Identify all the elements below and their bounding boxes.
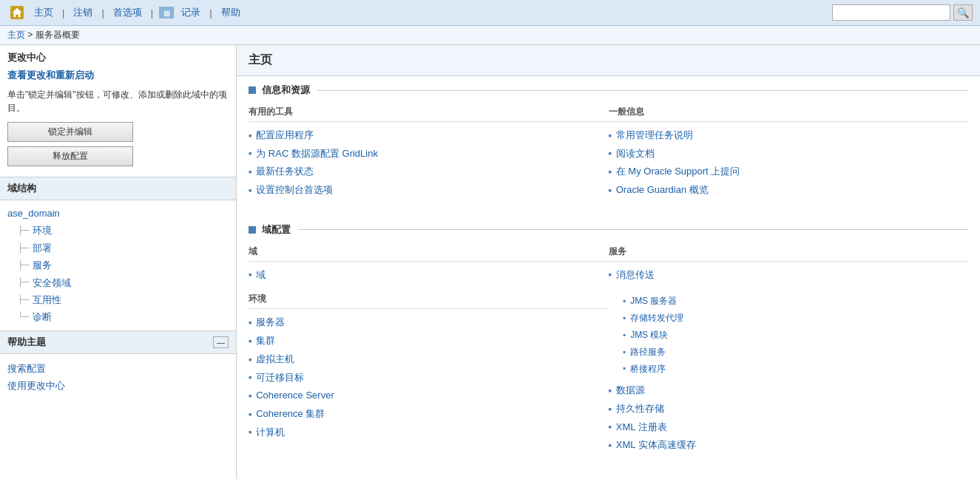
list-item: 虚拟主机	[249, 350, 609, 369]
info-resources-section: 信息和资源 有用的工具 配置应用程序 为 RAC 数据源配置 GridLink …	[237, 76, 980, 216]
change-center-desc: 单击"锁定并编辑"按钮，可修改、添加或删除此域中的项目。	[7, 88, 229, 115]
list-item: JMS 服务器	[624, 293, 969, 310]
env-label: 环境	[249, 293, 609, 309]
domain-config-title: 域配置	[262, 223, 291, 237]
help-link-search[interactable]: 搜索配置	[7, 360, 229, 377]
list-item: 集群	[249, 332, 609, 350]
help-topics-title: 帮助主题	[7, 336, 46, 349]
service-path[interactable]: 路径服务	[630, 344, 666, 361]
favorites-nav-link[interactable]: 首选项	[110, 4, 145, 21]
env-link-coherence-cluster[interactable]: Coherence 集群	[256, 405, 325, 424]
tree-item-diag[interactable]: 诊断	[18, 308, 229, 325]
list-item: 为 RAC 数据源配置 GridLink	[249, 145, 609, 163]
change-center-link[interactable]: 查看更改和重新启动	[7, 69, 229, 82]
release-config-button[interactable]: 释放配置	[7, 146, 133, 166]
service-xml-cache[interactable]: XML 实体高速缓存	[616, 436, 696, 455]
help-nav-link[interactable]: 帮助	[218, 4, 243, 21]
tree-item-service[interactable]: 服务	[18, 257, 229, 274]
service-datasource[interactable]: 数据源	[616, 381, 645, 400]
general-col: 一般信息 常用管理任务说明 阅读文档 在 My Oracle Support 上…	[609, 106, 969, 208]
tree-item-deploy[interactable]: 部署	[18, 239, 229, 257]
tree-item-security[interactable]: 安全领域	[18, 274, 229, 291]
domain-structure-title: 域结构	[0, 177, 236, 200]
nav-sep-3: |	[151, 7, 153, 18]
help-topics-panel: 帮助主题 — 搜索配置 使用更改中心	[0, 331, 236, 479]
service-bridge[interactable]: 桥接程序	[630, 361, 666, 378]
search-box: 🔍	[832, 4, 973, 21]
env-link-compute[interactable]: 计算机	[256, 424, 285, 442]
list-item: Oracle Guardian 概览	[609, 181, 969, 200]
service-store-forward[interactable]: 存储转发代理	[630, 310, 683, 327]
env-link-migrate[interactable]: 可迁移目标	[256, 369, 304, 387]
domain-config-cols: 域 域 环境 服务器 集群 虚拟主机 可迁移目标 Coherence Serve…	[249, 245, 968, 463]
lock-edit-button[interactable]: 锁定并编辑	[7, 122, 133, 142]
service-jms-server[interactable]: JMS 服务器	[630, 293, 677, 310]
general-list: 常用管理任务说明 阅读文档 在 My Oracle Support 上提问 Or…	[609, 126, 969, 200]
tool-link-3[interactable]: 最新任务状态	[256, 163, 314, 181]
general-link-4[interactable]: Oracle Guardian 概览	[616, 181, 709, 200]
page-title: 主页	[237, 45, 980, 76]
search-input[interactable]	[832, 4, 950, 21]
help-topics-collapse-button[interactable]: —	[213, 336, 229, 348]
list-item: XML 注册表	[609, 418, 969, 437]
change-center-title: 更改中心	[7, 51, 229, 64]
list-item: 阅读文档	[609, 145, 969, 163]
domain-config-header: 域配置	[249, 223, 968, 237]
info-resources-header: 信息和资源	[249, 84, 968, 97]
service-persistence[interactable]: 持久性存储	[616, 400, 664, 418]
list-item: 存储转发代理	[624, 310, 969, 327]
tree-item-interop[interactable]: 互用性	[18, 291, 229, 308]
list-item: 配置应用程序	[249, 126, 609, 145]
list-item: 域	[249, 266, 609, 285]
list-item: 设置控制台首选项	[249, 181, 609, 200]
env-link-cluster[interactable]: 集群	[256, 332, 275, 350]
list-item: 计算机	[249, 424, 609, 442]
services-list: 消息传送	[609, 266, 969, 285]
tool-link-2[interactable]: 为 RAC 数据源配置 GridLink	[256, 145, 378, 163]
tree-item-env[interactable]: 环境	[18, 222, 229, 239]
list-item: 在 My Oracle Support 上提问	[609, 163, 969, 181]
info-resources-title: 信息和资源	[262, 84, 310, 97]
env-list: 服务器 集群 虚拟主机 可迁移目标 Coherence Server Coher…	[249, 313, 609, 441]
domain-link[interactable]: 域	[256, 266, 266, 285]
domain-env-col: 域 域 环境 服务器 集群 虚拟主机 可迁移目标 Coherence Serve…	[249, 245, 609, 463]
general-link-1[interactable]: 常用管理任务说明	[616, 126, 693, 145]
help-link-change[interactable]: 使用更改中心	[7, 377, 229, 394]
env-link-server[interactable]: 服务器	[256, 313, 285, 332]
domain-label: 域	[249, 245, 609, 262]
main-layout: 更改中心 查看更改和重新启动 单击"锁定并编辑"按钮，可修改、添加或删除此域中的…	[0, 45, 980, 479]
domain-list: 域	[249, 266, 609, 285]
logout-nav-link[interactable]: 注销	[70, 4, 95, 21]
tree-root[interactable]: ase_domain	[7, 205, 229, 222]
tree-children: 环境 部署 服务 安全领域 互用性 诊断	[18, 222, 229, 325]
search-button[interactable]: 🔍	[953, 4, 973, 21]
service-jms-module[interactable]: JMS 模块	[630, 327, 668, 344]
services-col: 服务 消息传送 JMS 服务器 存储转发代理 JMS 模块 路径服务 桥接程序 …	[609, 245, 969, 463]
service-messaging[interactable]: 消息传送	[616, 266, 655, 285]
messaging-sub-list: JMS 服务器 存储转发代理 JMS 模块 路径服务 桥接程序	[624, 293, 969, 377]
list-item: 持久性存储	[609, 400, 969, 418]
env-link-coherence-server[interactable]: Coherence Server	[256, 387, 334, 405]
home-nav-link[interactable]: 主页	[31, 4, 56, 21]
general-link-2[interactable]: 阅读文档	[616, 145, 655, 163]
domain-config-section: 域配置 域 域 环境 服务器 集群 虚拟主机 可迁移目标 Coherence S…	[237, 216, 980, 471]
list-item: 可迁移目标	[249, 369, 609, 387]
breadcrumb-home[interactable]: 主页	[7, 30, 25, 40]
list-item: 桥接程序	[624, 361, 969, 378]
breadcrumb-current: 服务器概要	[36, 30, 80, 40]
help-topics-header: 帮助主题 —	[0, 331, 236, 354]
tree-root-link[interactable]: ase_domain	[7, 208, 60, 219]
general-link-3[interactable]: 在 My Oracle Support 上提问	[616, 163, 740, 181]
tool-link-1[interactable]: 配置应用程序	[256, 126, 314, 145]
list-item: Coherence Server	[249, 387, 609, 405]
tool-link-4[interactable]: 设置控制台首选项	[256, 181, 333, 200]
env-link-vhost[interactable]: 虚拟主机	[256, 350, 294, 369]
records-nav-link[interactable]: 记录	[178, 4, 203, 21]
home-icon-button[interactable]	[7, 4, 27, 21]
nav-sep-1: |	[62, 7, 64, 18]
list-item: 常用管理任务说明	[609, 126, 969, 145]
top-navigation: 主页 | 注销 | 首选项 | ▦ 记录 | 帮助 🔍	[0, 0, 980, 26]
main-content: 主页 信息和资源 有用的工具 配置应用程序 为 RAC 数据源配置 GridLi…	[237, 45, 980, 479]
service-xml-registry[interactable]: XML 注册表	[616, 418, 667, 437]
tools-list: 配置应用程序 为 RAC 数据源配置 GridLink 最新任务状态 设置控制台…	[249, 126, 609, 200]
